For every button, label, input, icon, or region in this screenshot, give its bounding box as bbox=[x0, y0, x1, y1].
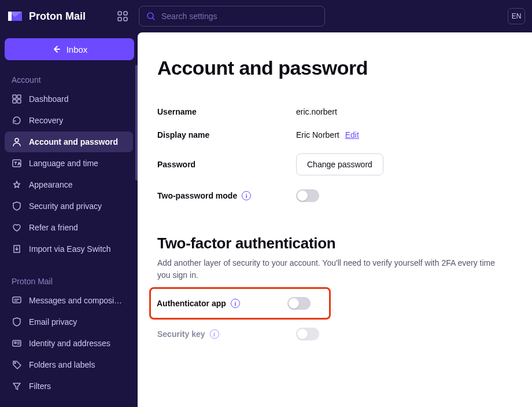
svg-rect-13 bbox=[13, 297, 21, 303]
search-settings-input[interactable] bbox=[139, 6, 325, 27]
filter-icon bbox=[12, 381, 22, 391]
sidebar-item-folders-and-labels[interactable]: Folders and labels bbox=[5, 354, 133, 375]
sidebar-item-label: Folders and labels bbox=[29, 360, 95, 369]
dashboard-icon bbox=[12, 94, 22, 104]
security-key-text: Security key bbox=[157, 329, 205, 339]
sidebar-item-import-via-easy-switch[interactable]: Import via Easy Switch bbox=[5, 239, 133, 259]
page-title: Account and password bbox=[157, 57, 512, 79]
value-two-password bbox=[296, 189, 319, 202]
lang-icon bbox=[12, 158, 22, 168]
svg-rect-9 bbox=[13, 100, 16, 103]
sidebar-item-label: Import via Easy Switch bbox=[29, 244, 111, 254]
sidebar-item-filters[interactable]: Filters bbox=[5, 376, 133, 397]
svg-rect-7 bbox=[13, 95, 16, 98]
svg-rect-0 bbox=[8, 12, 12, 21]
value-username: eric.norbert bbox=[296, 107, 337, 116]
row-displayname: Display name Eric Norbert Edit bbox=[157, 130, 512, 140]
proton-logo-icon bbox=[7, 9, 23, 23]
tag-icon bbox=[12, 360, 22, 370]
security-key-toggle[interactable] bbox=[296, 328, 319, 340]
sidebar-item-label: Dashboard bbox=[29, 94, 69, 104]
search-icon bbox=[146, 12, 156, 21]
import-icon bbox=[12, 244, 22, 254]
row-username: Username eric.norbert bbox=[157, 107, 512, 116]
info-icon[interactable]: i bbox=[210, 329, 219, 339]
authenticator-app-text: Authenticator app bbox=[157, 299, 226, 308]
main-content: Account and password Username eric.norbe… bbox=[138, 32, 532, 407]
sidebar-section-protonmail: Proton Mail bbox=[5, 272, 133, 289]
sidebar-item-appearance[interactable]: Appearance bbox=[5, 174, 133, 195]
messages-icon bbox=[12, 295, 22, 306]
sidebar-item-account-and-password[interactable]: Account and password bbox=[5, 131, 133, 152]
row-two-password-mode: Two-password mode i bbox=[157, 189, 512, 202]
sidebar-item-label: Identity and addresses bbox=[29, 339, 110, 348]
authenticator-app-highlight: Authenticator app i bbox=[149, 287, 331, 320]
language-selector[interactable]: EN bbox=[508, 8, 525, 24]
svg-point-15 bbox=[14, 342, 16, 344]
sidebar-item-security-and-privacy[interactable]: Security and privacy bbox=[5, 196, 133, 217]
search-wrap bbox=[139, 6, 325, 27]
sidebar-item-recovery[interactable]: Recovery bbox=[5, 110, 133, 131]
sidebar: Inbox Account DashboardRecoveryAccount a… bbox=[0, 32, 138, 407]
sidebar-item-email-privacy[interactable]: Email privacy bbox=[5, 311, 133, 332]
sidebar-item-label: Account and password bbox=[29, 137, 118, 146]
value-authenticator-app bbox=[287, 297, 311, 310]
value-security-key bbox=[296, 328, 319, 340]
sidebar-item-language-and-time[interactable]: Language and time bbox=[5, 153, 133, 174]
sidebar-item-label: Appearance bbox=[29, 180, 73, 189]
sidebar-item-label: Security and privacy bbox=[29, 201, 102, 211]
shield-icon bbox=[12, 201, 22, 211]
label-security-key: Security key i bbox=[157, 329, 296, 339]
displayname-text: Eric Norbert bbox=[296, 130, 339, 140]
svg-rect-2 bbox=[124, 12, 127, 15]
svg-line-6 bbox=[153, 18, 154, 20]
brand[interactable]: Proton Mail bbox=[7, 9, 109, 23]
arrow-left-icon bbox=[51, 45, 61, 54]
shield-icon bbox=[12, 317, 22, 327]
row-security-key: Security key i bbox=[157, 328, 512, 340]
svg-rect-3 bbox=[118, 17, 121, 21]
two-password-text: Two-password mode bbox=[157, 191, 237, 200]
row-authenticator-app: Authenticator app i bbox=[157, 297, 323, 310]
two-password-toggle[interactable] bbox=[296, 189, 319, 202]
label-two-password: Two-password mode i bbox=[157, 191, 296, 200]
value-displayname: Eric Norbert Edit bbox=[296, 130, 359, 140]
heart-icon bbox=[12, 222, 22, 233]
svg-point-11 bbox=[15, 138, 19, 142]
top-bar: Proton Mail EN bbox=[0, 0, 532, 32]
sidebar-section-account: Account bbox=[5, 71, 133, 88]
label-displayname: Display name bbox=[157, 130, 296, 140]
info-icon[interactable]: i bbox=[242, 191, 251, 200]
sidebar-item-label: Language and time bbox=[29, 159, 98, 168]
apps-grid-icon[interactable] bbox=[116, 9, 130, 23]
label-authenticator-app: Authenticator app i bbox=[157, 299, 287, 308]
value-password: Change password bbox=[296, 153, 383, 175]
inbox-button-label: Inbox bbox=[66, 45, 88, 54]
sidebar-item-dashboard[interactable]: Dashboard bbox=[5, 89, 133, 109]
brand-name: Proton Mail bbox=[29, 10, 86, 23]
edit-displayname-link[interactable]: Edit bbox=[345, 130, 359, 140]
recovery-icon bbox=[12, 115, 22, 126]
sidebar-item-messages-and-composi[interactable]: Messages and composi… bbox=[5, 290, 133, 311]
svg-rect-8 bbox=[17, 95, 21, 98]
appearance-icon bbox=[12, 179, 22, 190]
tfa-title: Two-factor authentication bbox=[157, 234, 512, 252]
label-username: Username bbox=[157, 107, 296, 116]
identity-icon bbox=[12, 338, 22, 349]
change-password-button[interactable]: Change password bbox=[296, 153, 383, 175]
sidebar-item-label: Refer a friend bbox=[29, 223, 78, 232]
info-icon[interactable]: i bbox=[231, 299, 240, 308]
authenticator-app-toggle[interactable] bbox=[287, 297, 311, 310]
sidebar-item-identity-and-addresses[interactable]: Identity and addresses bbox=[5, 333, 133, 354]
svg-rect-4 bbox=[124, 17, 127, 21]
sidebar-item-label: Filters bbox=[29, 382, 51, 391]
label-password: Password bbox=[157, 160, 296, 169]
sidebar-item-label: Messages and composi… bbox=[29, 296, 122, 305]
back-to-inbox-button[interactable]: Inbox bbox=[5, 38, 134, 60]
user-icon bbox=[12, 137, 22, 147]
sidebar-item-refer-a-friend[interactable]: Refer a friend bbox=[5, 217, 133, 238]
svg-rect-1 bbox=[118, 12, 121, 15]
search-input-field[interactable] bbox=[161, 12, 317, 21]
svg-rect-10 bbox=[17, 100, 21, 103]
svg-rect-14 bbox=[13, 340, 21, 346]
